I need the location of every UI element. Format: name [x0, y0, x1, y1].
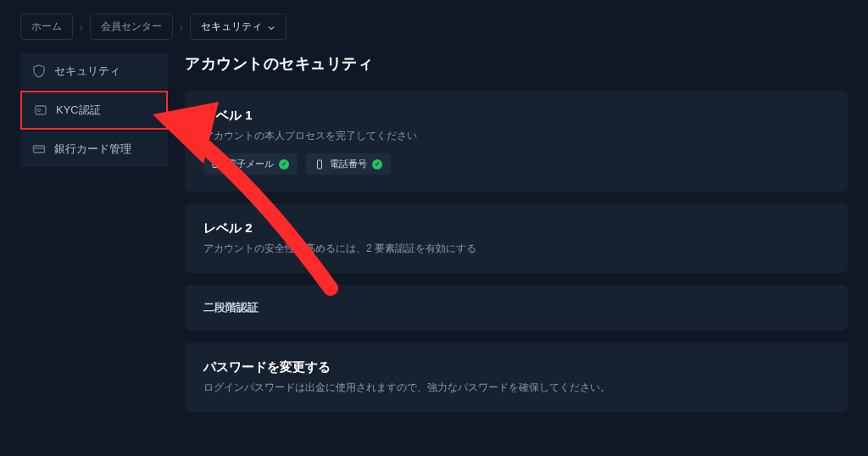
sidebar-item-label: KYC認証 [56, 103, 101, 118]
card-level2: レベル 2 アカウントの安全性を高めるには、2 要素認証を有効にする [185, 203, 848, 273]
chip-phone-label: 電話番号 [330, 158, 367, 170]
level1-chips: 電子メール ✓ 電話番号 ✓ [203, 153, 829, 175]
crumb-current[interactable]: セキュリティ [190, 14, 287, 40]
crumb-center[interactable]: 会員センター [90, 14, 173, 40]
svg-point-1 [38, 109, 41, 112]
chip-email-label: 電子メール [227, 158, 274, 170]
sidebar-item-label: 銀行カード管理 [54, 142, 131, 157]
svg-rect-2 [34, 146, 45, 153]
svg-rect-5 [318, 160, 322, 169]
row-twofa[interactable]: 二段階認証 [185, 285, 848, 331]
shield-icon [32, 64, 46, 78]
card-level1: レベル 1 アカウントの本人プロセスを完了してください 電子メール ✓ 電話番号… [185, 91, 848, 192]
chevron-down-icon [267, 23, 275, 31]
sidebar-item-kyc[interactable]: KYC認証 [20, 91, 168, 130]
id-card-icon [34, 103, 47, 117]
chip-email[interactable]: 電子メール ✓ [203, 153, 298, 175]
card-password: パスワードを変更する ログインパスワードは出金に使用されますので、強力なパスワー… [185, 342, 848, 412]
level1-sub: アカウントの本人プロセスを完了してください [203, 129, 829, 143]
mail-icon [212, 159, 222, 170]
level1-title: レベル 1 [203, 108, 829, 124]
twofa-label: 二段階認証 [203, 300, 259, 315]
sidebar: セキュリティ KYC認証 銀行カード管理 [20, 53, 168, 424]
phone-icon [314, 159, 325, 170]
check-icon: ✓ [279, 159, 289, 170]
crumb-sep-icon: › [80, 21, 83, 33]
page-title: アカウントのセキュリティ [185, 53, 848, 74]
password-title: パスワードを変更する [203, 359, 829, 375]
crumb-sep-icon: › [180, 21, 183, 33]
credit-card-icon [32, 142, 46, 156]
crumb-home[interactable]: ホーム [20, 14, 73, 40]
password-sub: ログインパスワードは出金に使用されますので、強力なパスワードを確保してください。 [203, 381, 829, 395]
svg-rect-4 [213, 161, 221, 167]
crumb-current-label: セキュリティ [201, 19, 262, 34]
sidebar-item-security[interactable]: セキュリティ [20, 53, 168, 89]
level2-title: レベル 2 [203, 220, 829, 236]
sidebar-item-label: セキュリティ [54, 64, 120, 79]
main-content: アカウントのセキュリティ レベル 1 アカウントの本人プロセスを完了してください… [185, 53, 848, 424]
breadcrumb: ホーム › 会員センター › セキュリティ [0, 0, 868, 53]
level2-sub: アカウントの安全性を高めるには、2 要素認証を有効にする [203, 242, 829, 256]
sidebar-item-bankcard[interactable]: 銀行カード管理 [20, 131, 168, 167]
chip-phone[interactable]: 電話番号 ✓ [306, 153, 391, 175]
check-icon: ✓ [372, 159, 382, 170]
